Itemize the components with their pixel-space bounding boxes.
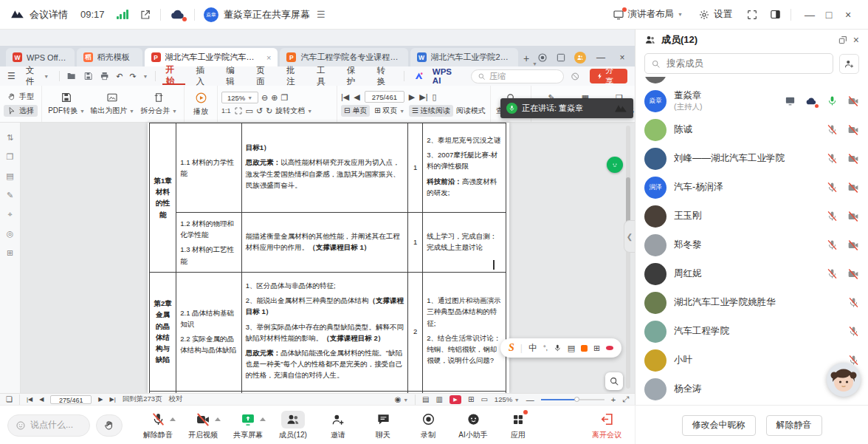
mic-options-caret[interactable] <box>170 417 176 421</box>
members-list[interactable]: 焱章 董焱章 (主持人) 陈诚 <box>636 77 868 403</box>
zoom-level-select[interactable]: 125%▼ <box>221 92 258 103</box>
sharing-options-icon[interactable]: ☰ <box>317 9 326 20</box>
wps-assistant-button[interactable] <box>607 157 623 173</box>
toolbar-share-screen-button[interactable]: 共享屏幕 <box>232 411 264 440</box>
camera-off-icon[interactable] <box>847 95 859 107</box>
outline-icon[interactable]: ▤ <box>6 171 13 181</box>
comment-icon[interactable]: ✎ <box>7 191 13 200</box>
redo-icon[interactable]: ↷ <box>129 72 136 81</box>
cloud-record-icon[interactable] <box>170 7 185 22</box>
fit-width-icon[interactable]: ▭ <box>246 106 253 116</box>
hamburger-icon[interactable]: ☰ <box>7 71 16 81</box>
camera-off-icon[interactable] <box>847 124 859 136</box>
mic-off-icon[interactable] <box>827 268 838 279</box>
member-row[interactable]: 陈诚 <box>636 115 868 144</box>
fullscreen-toggle-icon[interactable]: ⤢ <box>622 395 629 404</box>
workspace-icon[interactable] <box>556 52 566 63</box>
snapshot-icon[interactable]: ❐ <box>280 93 288 103</box>
wps-tab-pdf-active[interactable]: P湖北汽车工业学院汽车服务工程专× <box>145 48 278 66</box>
member-row[interactable]: 湖北汽车工业学院姚胜华 <box>636 288 868 317</box>
wps-tab-word[interactable]: W湖北汽车工业学院2026版本科专 <box>410 48 518 66</box>
view-mode-icon[interactable]: ◉ ▼ <box>395 395 408 403</box>
menu-edit[interactable]: 编辑 <box>222 67 246 85</box>
rename-button[interactable]: 修改会中昵称 <box>682 415 756 436</box>
ime-mode-toggle[interactable]: 中 <box>528 342 537 355</box>
toolbar-members-button[interactable]: 成员(12) <box>277 411 309 440</box>
prev-page-icon[interactable]: ◀ <box>39 396 44 403</box>
zoom-out-icon[interactable]: ⊖ <box>261 93 268 103</box>
actual-size-button[interactable]: 1:1 <box>221 107 231 115</box>
close-panel-icon[interactable]: × <box>853 34 859 46</box>
camera-off-icon[interactable] <box>847 239 859 251</box>
wps-minimize-button[interactable]: — <box>594 52 607 63</box>
next-page-icon[interactable]: ▶ <box>409 92 415 102</box>
ime-skin-icon[interactable] <box>581 345 588 352</box>
camera-off-icon[interactable] <box>847 182 859 194</box>
read-mode-button[interactable]: 阅读模式 <box>456 106 486 116</box>
pdf-convert-button[interactable]: PDF转换 ▼ <box>46 90 87 117</box>
toolbar-chat-button[interactable]: 聊天 <box>367 411 399 440</box>
book-view-icon[interactable]: ▯ <box>433 92 437 102</box>
mic-off-icon[interactable] <box>848 326 859 337</box>
wps-ai-button[interactable]: WPS AI <box>410 67 464 85</box>
quick-message-input[interactable]: 说点什么... <box>7 414 90 437</box>
open-folder-icon[interactable] <box>66 71 76 81</box>
panel-collapse-handle[interactable]: ❮ <box>624 220 635 253</box>
hand-tool-button[interactable]: 手型 <box>4 91 38 103</box>
document-scrollbar[interactable] <box>626 126 630 389</box>
account-avatar[interactable] <box>574 52 586 64</box>
tab-close-icon[interactable]: × <box>266 53 271 62</box>
toolbar-record-button[interactable]: 录制 <box>412 411 444 440</box>
single-page-button[interactable]: ⊟ 单页 <box>341 105 370 117</box>
menu-tools[interactable]: 工具 <box>313 67 337 85</box>
member-row[interactable]: 王玉刚 <box>636 202 868 230</box>
minimize-button[interactable]: — <box>800 9 819 21</box>
member-search-field[interactable] <box>665 58 827 69</box>
raise-hand-button[interactable] <box>96 414 123 437</box>
mic-off-icon[interactable] <box>827 153 838 164</box>
layout-switch-button[interactable]: 演讲者布局▼ <box>613 8 683 21</box>
last-page-icon[interactable]: ▶| <box>110 396 116 403</box>
last-page-icon[interactable]: ▶| <box>419 92 427 102</box>
single-page-view-icon[interactable]: ▤ <box>422 395 429 403</box>
back-to-page-button[interactable]: 回到第273页 <box>123 395 162 404</box>
camera-off-icon[interactable] <box>847 211 859 222</box>
ime-punctuation-icon[interactable]: °, <box>543 344 548 352</box>
select-tool-button[interactable]: 选择 <box>4 105 38 117</box>
export-image-button[interactable]: 输出为图片 ▼ <box>89 90 136 117</box>
wps-search-box[interactable]: 压缩 <box>471 69 564 83</box>
wps-tab-home[interactable]: WWPS Office <box>6 48 75 66</box>
ime-clipboard-icon[interactable]: ▤ <box>568 344 575 353</box>
stamp-icon[interactable]: ◎ <box>7 229 14 239</box>
save-icon[interactable] <box>83 71 93 81</box>
member-search-input[interactable] <box>644 53 833 74</box>
magnifier-button[interactable] <box>605 372 623 390</box>
menu-convert[interactable]: 转换 <box>373 67 397 85</box>
zoom-in-icon[interactable]: ⊕ <box>271 93 278 103</box>
toolbar-invite-button[interactable]: 邀请 <box>322 411 354 440</box>
attachment-icon[interactable]: ⌖ <box>7 210 12 219</box>
new-tab-button[interactable]: + <box>523 52 529 64</box>
menu-comment[interactable]: 批注 <box>283 67 306 85</box>
tab-list-caret-icon[interactable]: ▼ <box>532 61 537 66</box>
wps-close-button[interactable]: × <box>616 52 629 63</box>
meeting-detail-link[interactable]: 会议详情 <box>30 8 68 21</box>
member-row[interactable]: 汽车工程学院 <box>636 317 868 346</box>
zoom-in-button[interactable]: + <box>611 395 616 404</box>
settings-button[interactable]: 设置 <box>698 8 732 21</box>
toolbar-start-video-button[interactable]: 开启视频 <box>187 411 219 440</box>
mic-off-icon[interactable] <box>848 297 859 308</box>
wps-tab-docer[interactable]: 稻稻壳模板 <box>77 48 142 66</box>
member-row[interactable]: 郑冬黎 <box>636 230 868 259</box>
fullscreen-icon[interactable] <box>746 9 758 21</box>
mic-off-icon[interactable] <box>827 124 838 135</box>
status-page-number[interactable]: 275/461 <box>50 395 92 404</box>
ime-logo[interactable]: S <box>509 342 514 354</box>
readonly-mode-icon[interactable] <box>571 72 579 81</box>
undo-icon[interactable]: ↶ <box>116 72 123 81</box>
cartoon-avatar-overlay[interactable] <box>826 362 861 397</box>
share-options-caret[interactable] <box>260 417 266 421</box>
zoom-out-button[interactable]: — <box>526 395 534 404</box>
ime-emoji-icon[interactable] <box>606 346 613 350</box>
popout-panel-icon[interactable] <box>838 35 848 45</box>
